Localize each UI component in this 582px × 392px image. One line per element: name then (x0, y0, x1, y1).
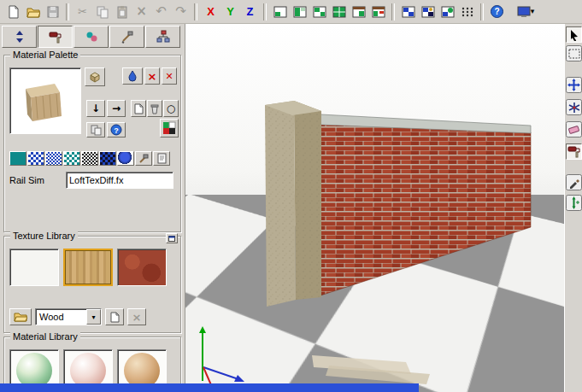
y-axis-button[interactable]: Y (220, 2, 240, 21)
tab-tools[interactable] (109, 26, 144, 48)
vertical-arrows-icon (568, 196, 579, 209)
display-monitor-icon (517, 6, 531, 18)
view-mode-button-1[interactable] (270, 2, 290, 21)
marquee-select-button[interactable] (566, 45, 582, 61)
question-icon: ? (110, 124, 122, 136)
view-mode-button-6[interactable] (368, 2, 388, 21)
render-mode-dropdown[interactable]: ▾ (509, 3, 543, 20)
texture-view-button-1[interactable] (398, 2, 418, 21)
channel-swatch-checker-2[interactable] (45, 151, 62, 166)
redo-icon: ↷ (175, 5, 186, 18)
view-mode-button-2[interactable] (290, 2, 309, 21)
dither-button[interactable] (457, 2, 477, 21)
channel-swatch-checker-teal[interactable] (63, 151, 80, 166)
texture-library-title: Texture Library (10, 231, 78, 241)
open-button[interactable] (23, 2, 43, 21)
copy-button[interactable] (92, 2, 112, 21)
channel-swatch-solid[interactable] (9, 151, 26, 166)
material-preview[interactable] (9, 67, 81, 134)
left-panel: Material Palette × ✕ (0, 24, 185, 392)
x-axis-button[interactable]: X (201, 2, 220, 21)
scene-objects (185, 24, 564, 392)
view-mode-button-4[interactable] (329, 2, 349, 21)
tab-navigate[interactable] (2, 26, 37, 48)
delete-material-button[interactable] (147, 100, 162, 117)
texture-library-float-button[interactable] (166, 233, 178, 243)
undo-button[interactable]: ↶ (151, 2, 171, 21)
channel-swatch-checker-1[interactable] (27, 151, 44, 166)
viewport-layout-icon (313, 6, 326, 18)
tab-hierarchy[interactable] (145, 26, 180, 48)
material-help-button[interactable]: ? (107, 122, 126, 137)
eraser-icon (567, 124, 580, 135)
preview-cube-button[interactable] (85, 67, 105, 86)
z-axis-button[interactable]: Z (240, 2, 260, 21)
move-down-button[interactable]: ↓ (86, 100, 105, 117)
brick-wall[interactable] (320, 114, 531, 295)
delete-button[interactable]: × (132, 2, 151, 21)
concrete-pillar[interactable] (265, 101, 321, 307)
channel-swatch-checker-dark[interactable] (99, 151, 116, 166)
viewport-layout-icon (372, 6, 385, 18)
help-button[interactable]: ? (487, 2, 507, 21)
texture-category-dropdown[interactable]: Wood ▾ (35, 308, 102, 325)
open-texture-button[interactable] (9, 308, 32, 325)
sphere-mode-button[interactable]: ○ (163, 100, 179, 117)
eyedropper-tool-button[interactable] (566, 174, 582, 190)
tab-shapes[interactable] (73, 26, 109, 48)
checker-window-icon (402, 6, 415, 18)
svg-text:?: ? (494, 7, 499, 16)
shader-label: Rail Sim (9, 175, 66, 185)
cube-icon (89, 71, 101, 83)
viewport-layout-icon (352, 6, 366, 18)
red-x-icon: × (148, 71, 157, 82)
move-right-button[interactable]: → (107, 100, 126, 117)
remove-all-materials-button[interactable]: ✕ (162, 67, 177, 85)
viewport-3d[interactable] (185, 24, 564, 392)
paste-button[interactable] (112, 2, 132, 21)
texture-tiles-row (9, 249, 167, 286)
tab-paint[interactable] (38, 26, 73, 48)
redo-button[interactable]: ↷ (171, 2, 191, 21)
up-down-arrows-icon (13, 30, 26, 44)
circle-icon: ○ (167, 103, 175, 114)
channel-swatch-checker-bw[interactable] (81, 151, 98, 166)
texture-tile-white[interactable] (9, 249, 59, 286)
checker-window-icon (441, 6, 455, 18)
remove-material-button[interactable]: × (144, 67, 160, 85)
view-mode-button-5[interactable] (349, 2, 368, 21)
shapes-icon (85, 30, 98, 44)
down-arrow-icon: ↓ (91, 103, 100, 114)
paint-tool-button[interactable] (566, 143, 582, 160)
channel-tools-button[interactable] (135, 151, 152, 166)
channel-swatch-sphere[interactable] (117, 151, 134, 166)
new-button[interactable] (3, 2, 23, 21)
shader-input[interactable] (66, 172, 173, 189)
channel-properties-button[interactable] (153, 151, 170, 166)
texture-view-button-2[interactable] (418, 2, 438, 21)
paint-drop-icon (127, 70, 138, 82)
x-axis-label: X (207, 5, 215, 18)
delete-texture-button[interactable]: × (127, 308, 146, 325)
cut-button[interactable]: ✂ (73, 2, 92, 21)
texture-tile-wood-selected[interactable] (63, 249, 113, 286)
move-tool-button[interactable] (566, 77, 582, 93)
select-tool-button[interactable] (566, 26, 582, 43)
vertical-scale-button[interactable] (566, 195, 582, 211)
material-color-button[interactable] (160, 119, 179, 137)
snap-tool-button[interactable] (566, 99, 582, 115)
copy-pages-icon (91, 125, 102, 136)
apply-material-button[interactable] (122, 67, 143, 85)
marquee-icon (568, 49, 580, 59)
texture-view-button-3[interactable] (438, 2, 457, 21)
view-mode-button-3[interactable] (309, 2, 329, 21)
new-texture-button[interactable] (105, 308, 124, 325)
save-button[interactable] (43, 2, 62, 21)
trash-icon (150, 103, 160, 114)
eraser-tool-button[interactable] (566, 121, 582, 137)
copy-material-button[interactable] (86, 122, 105, 137)
new-material-button[interactable] (131, 100, 146, 117)
toolbar-separator (194, 3, 197, 20)
texture-tile-brick[interactable] (117, 249, 167, 286)
cut-icon: ✂ (78, 6, 87, 17)
